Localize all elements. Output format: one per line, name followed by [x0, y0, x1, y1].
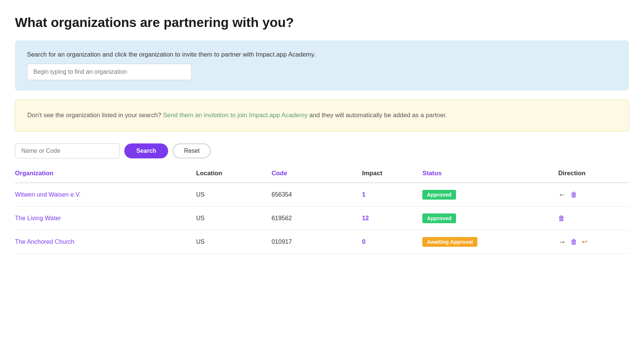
cell-direction-1: 🗑 [558, 206, 629, 230]
status-badge: Awaiting Approval [422, 237, 477, 247]
table-header-location: Location [196, 166, 272, 183]
search-button[interactable]: Search [124, 143, 168, 158]
cell-impact-2: 0 [362, 230, 422, 254]
cell-org-0[interactable]: Witwen und Waisen e.V. [15, 183, 196, 207]
cell-location-0: US [196, 183, 272, 207]
cell-code-1: 619562 [271, 206, 362, 230]
table-row: The Living WaterUS61956212Approved🗑 [15, 206, 629, 230]
table-header-org: Organization [15, 166, 196, 183]
invite-text-before: Don't see the organization listed in you… [27, 112, 161, 119]
delete-icon[interactable]: 🗑 [571, 238, 577, 246]
org-search-input[interactable] [27, 64, 192, 80]
cell-code-0: 656354 [271, 183, 362, 207]
direction-arrow: → [558, 237, 566, 246]
search-org-panel: Search for an organization and click the… [15, 40, 629, 91]
cell-impact-1: 12 [362, 206, 422, 230]
table-header-impact: Impact [362, 166, 422, 183]
cell-direction-2: →🗑↩ [558, 230, 629, 254]
cell-org-1[interactable]: The Living Water [15, 206, 196, 230]
table-header-code: Code [271, 166, 362, 183]
table-row: The Anchored ChurchUS0109170Awaiting App… [15, 230, 629, 254]
cell-impact-0: 1 [362, 183, 422, 207]
undo-icon[interactable]: ↩ [582, 238, 587, 246]
page-title: What organizations are partnering with y… [15, 15, 629, 30]
cell-direction-0: ←🗑 [558, 183, 629, 207]
cell-status-2: Awaiting Approval [422, 230, 558, 254]
table-header-status: Status [422, 166, 558, 183]
search-org-description: Search for an organization and click the… [27, 51, 617, 58]
table-row: Witwen und Waisen e.V.US6563541Approved←… [15, 183, 629, 207]
status-badge: Approved [422, 213, 456, 223]
invite-panel: Don't see the organization listed in you… [15, 100, 629, 131]
cell-location-1: US [196, 206, 272, 230]
reset-button[interactable]: Reset [173, 143, 211, 158]
invite-text-after2: and they will automatically be added as … [309, 112, 447, 119]
table-header-direction: Direction [558, 166, 629, 183]
status-badge: Approved [422, 190, 456, 200]
partners-table: OrganizationLocationCodeImpactStatusDire… [15, 166, 629, 254]
cell-status-1: Approved [422, 206, 558, 230]
cell-org-2[interactable]: The Anchored Church [15, 230, 196, 254]
filter-row: Search Reset [15, 143, 629, 158]
delete-icon[interactable]: 🗑 [571, 191, 577, 199]
invite-link[interactable]: Send them an invitation to join Impact.a… [163, 112, 307, 119]
name-code-input[interactable] [15, 143, 120, 158]
direction-arrow: ← [558, 190, 566, 199]
delete-icon[interactable]: 🗑 [558, 214, 565, 222]
cell-status-0: Approved [422, 183, 558, 207]
cell-code-2: 010917 [271, 230, 362, 254]
cell-location-2: US [196, 230, 272, 254]
